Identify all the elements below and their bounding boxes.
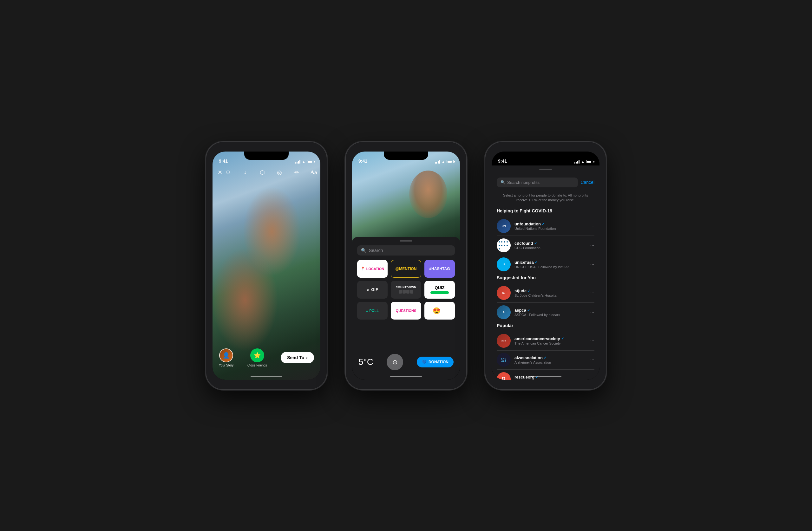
verified-badge-icon-aspca: ✓ — [527, 308, 530, 312]
questions-sticker-label: QUESTIONS — [396, 309, 417, 313]
section-covid-title: Helping to Fight COVID-19 — [492, 207, 599, 217]
link-icon[interactable]: ⬡ — [257, 167, 268, 178]
phone-1: 9:41 ▲ ✕ ☺ — [206, 142, 327, 389]
face-filter-icon[interactable]: ◎ — [274, 167, 285, 178]
nonprofit-fullname-stjude: St. Jude Children's Hospital — [514, 294, 586, 297]
nonprofit-fullname-unfoundation: United Nations Foundation — [514, 227, 586, 231]
quiz-sticker[interactable]: QUIZ — [424, 281, 455, 299]
your-story-avatar: 👤 — [219, 349, 233, 362]
text-tool-icon[interactable]: Aa — [308, 167, 319, 178]
download-icon[interactable]: ↓ — [240, 167, 251, 178]
emoji-sticker-icon[interactable]: ☺ — [222, 167, 234, 178]
nonprofit-search-placeholder: Search nonprofits — [507, 180, 539, 185]
phone-1-faces-overlay — [213, 151, 320, 380]
draw-icon[interactable]: ✏ — [291, 167, 302, 178]
signal-bars-icon — [295, 160, 301, 164]
more-options-button-rescue[interactable]: ··· — [590, 376, 594, 380]
poll-sticker[interactable]: ≡ POLL — [357, 302, 388, 320]
poll-sticker-label: POLL — [369, 309, 379, 313]
notch — [244, 151, 289, 160]
countdown-sticker[interactable]: COUNTDOWN — [391, 281, 421, 299]
quiz-bar — [431, 291, 449, 294]
more-options-button[interactable]: ··· — [590, 223, 594, 229]
questions-sticker[interactable]: QUESTIONS — [391, 302, 421, 320]
gif-sticker[interactable]: ⌕ GIF — [357, 281, 388, 299]
donation-sticker-button[interactable]: 💙 DONATION — [417, 357, 453, 367]
more-options-button-alz[interactable]: ··· — [590, 357, 594, 363]
nonprofit-avatar-unfoundation: UN — [497, 219, 511, 233]
send-to-button[interactable]: Send To › — [281, 352, 314, 363]
location-sticker-label: LOCATION — [366, 267, 385, 271]
poll-lines-icon: ≡ — [366, 309, 368, 313]
nonprofit-fullname-alz: Alzheimer's Association — [514, 360, 586, 364]
more-options-button-aspca[interactable]: ··· — [590, 309, 594, 315]
phone-3-screen: 9:41 ▲ 🔍 Sea — [492, 151, 599, 380]
emoji-slider-sticker[interactable]: 😍 —— — [424, 302, 455, 320]
nonprofit-item-unicefusa[interactable]: U unicefusa ✓ UNICEF USA · Followed by l… — [492, 255, 599, 274]
nonprofit-item-aspca[interactable]: A aspca ✓ ASPCA · Followed by eloears ··… — [492, 303, 599, 322]
nonprofit-item-alz[interactable]: END ALZ alzassociation ✓ Alzheimer's Ass… — [492, 350, 599, 369]
mention-sticker[interactable]: @MENTION — [391, 260, 421, 278]
camera-button[interactable]: ⊙ — [387, 354, 403, 370]
verified-badge-icon-alz: ✓ — [543, 356, 547, 360]
nonprofit-username-cdcfound: cdcfound ✓ — [514, 241, 586, 246]
signal-bars-icon-2 — [435, 160, 440, 164]
nonprofit-description: Select a nonprofit for people to donate … — [492, 191, 599, 207]
hashtag-sticker[interactable]: #HASHTAG — [424, 260, 455, 278]
verified-badge-icon: ✓ — [542, 222, 545, 226]
phone-2-bottom-bar: 5°C ⊙ 💙 DONATION — [352, 354, 460, 370]
nonprofit-item-stjude[interactable]: SJ stjude ✓ St. Jude Children's Hospital… — [492, 283, 599, 303]
hashtag-sticker-label: #HASHTAG — [429, 267, 450, 271]
more-options-button-cdc[interactable]: ··· — [590, 242, 594, 248]
nonprofit-item-cdcfound[interactable]: cdcfound ✓ CDC Foundation ··· — [492, 236, 599, 255]
nonprofit-item-unfoundation[interactable]: UN unfoundation ✓ United Nations Foundat… — [492, 217, 599, 236]
story-bottom-bar: 👤 Your Story ⭐ Close Friends Send To › — [213, 349, 320, 367]
close-button[interactable]: ✕ — [218, 167, 222, 178]
gif-sticker-label: GIF — [371, 287, 378, 292]
home-indicator — [250, 376, 282, 377]
nonprofit-info-aspca: aspca ✓ ASPCA · Followed by eloears — [514, 308, 586, 317]
phone-1-screen: 9:41 ▲ ✕ ☺ — [213, 151, 320, 380]
countdown-blocks — [399, 290, 413, 294]
nonprofit-info-alz: alzassociation ✓ Alzheimer's Association — [514, 355, 586, 364]
signal-bars-icon-3 — [575, 160, 580, 164]
search-icon-3: 🔍 — [501, 180, 505, 185]
verified-badge-icon-acs: ✓ — [561, 337, 564, 341]
more-options-button-unicef[interactable]: ··· — [590, 262, 594, 267]
nonprofit-info-cdcfound: cdcfound ✓ CDC Foundation — [514, 241, 586, 250]
close-friends-option[interactable]: ⭐ Close Friends — [247, 349, 267, 367]
nonprofit-item-acs[interactable]: ACS americancancersociety ✓ The American… — [492, 331, 599, 350]
nonprofit-info-acs: americancancersociety ✓ The American Can… — [514, 336, 586, 345]
search-small-icon: ⌕ — [367, 287, 369, 292]
sticker-grid: 📍 LOCATION @MENTION #HASHTAG ⌕ GIF — [352, 260, 460, 320]
nonprofit-avatar-acs: ACS — [497, 334, 511, 348]
home-indicator-3 — [530, 376, 562, 377]
emoji-slider-icon: 😍 — [433, 307, 440, 314]
status-time-3: 9:41 — [498, 159, 507, 164]
nonprofit-username-unicefusa: unicefusa ✓ — [514, 260, 586, 265]
close-friends-label: Close Friends — [247, 364, 267, 367]
sheet-handle — [400, 240, 412, 241]
sticker-search-bar[interactable]: 🔍 Search — [357, 245, 455, 255]
nonprofit-info-unicefusa: unicefusa ✓ UNICEF USA · Followed by lof… — [514, 260, 586, 269]
nonprofit-search-bar[interactable]: 🔍 Search nonprofits — [497, 178, 578, 187]
verified-badge-icon-stjude: ✓ — [527, 289, 530, 293]
your-story-option[interactable]: 👤 Your Story — [219, 349, 233, 367]
search-icon: 🔍 — [361, 248, 366, 253]
nonprofit-username-stjude: stjude ✓ — [514, 289, 586, 293]
nonprofit-fullname-acs: The American Cancer Society — [514, 341, 586, 345]
nonprofit-username-acs: americancancersociety ✓ — [514, 336, 586, 341]
battery-icon-2 — [447, 160, 453, 163]
nonprofit-username-alz: alzassociation ✓ — [514, 355, 586, 360]
sticker-search-placeholder: Search — [369, 248, 383, 253]
more-options-button-acs[interactable]: ··· — [590, 338, 594, 344]
cancel-button[interactable]: Cancel — [580, 180, 594, 185]
nonprofit-info-rescue: rescueorg ✓ International Rescue Committ… — [514, 375, 586, 380]
camera-icon: ⊙ — [392, 358, 398, 366]
nonprofit-item-rescue[interactable]: R rescueorg ✓ International Rescue Commi… — [492, 370, 599, 380]
your-story-label: Your Story — [219, 364, 233, 367]
nonprofit-search-header: 🔍 Search nonprofits Cancel — [492, 174, 599, 191]
location-sticker[interactable]: 📍 LOCATION — [357, 260, 388, 278]
donation-label: DONATION — [429, 360, 449, 364]
more-options-button-stjude[interactable]: ··· — [590, 290, 594, 296]
